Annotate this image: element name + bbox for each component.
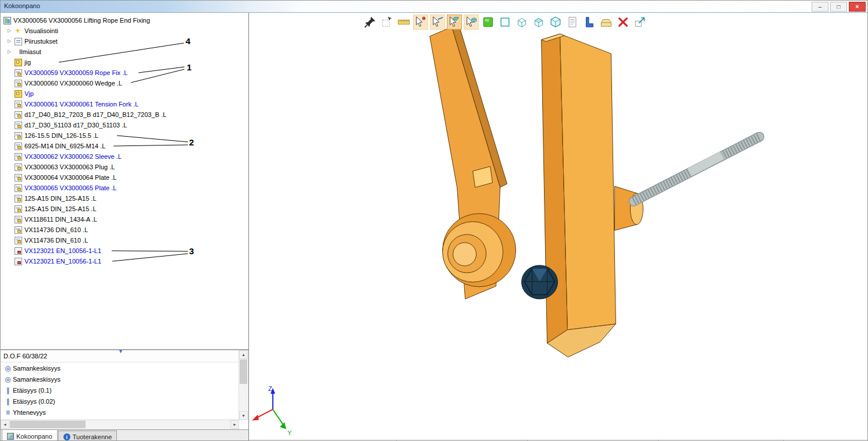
part-bolt[interactable] xyxy=(522,265,558,299)
tree-root-item[interactable]: VX3000056 VX3000056 Lifting Rope End Fix… xyxy=(1,15,248,26)
tree-item-icon xyxy=(15,195,22,202)
green-box-icon[interactable] xyxy=(481,15,496,30)
assembly-tab-icon xyxy=(7,433,14,440)
tree-item[interactable]: VX3000064 VX3000064 Plate .L xyxy=(1,172,248,183)
ruler-icon[interactable] xyxy=(396,15,411,30)
constraint-item[interactable]: ◎ Samankeskisyys xyxy=(1,374,248,385)
tree-item-icon xyxy=(15,69,22,77)
cube-icon[interactable] xyxy=(514,15,529,30)
tray-icon[interactable] xyxy=(599,15,614,30)
part-angle-bracket[interactable] xyxy=(542,34,616,357)
constraint-label: Yhtenevyys xyxy=(13,409,46,416)
tab-kokoonpano[interactable]: Kokoonpano xyxy=(2,429,58,441)
transform-icon[interactable] xyxy=(379,15,394,30)
tree-item[interactable]: 6925-M14 DIN_6925-M14 .L xyxy=(1,141,248,151)
title-bar: Kokoonpano – □ × xyxy=(1,1,867,13)
tree-item[interactable]: 125-A15 DIN_125-A15 .L xyxy=(1,204,248,214)
expand-arrow-icon[interactable] xyxy=(8,39,15,44)
select-solid-icon[interactable] xyxy=(464,15,479,30)
tree-item[interactable]: VX114736 DIN_610 .L xyxy=(1,225,248,235)
constraint-type-icon: ◎ xyxy=(3,364,13,372)
select-face-icon[interactable] xyxy=(447,15,462,30)
minimize-button[interactable]: – xyxy=(812,2,828,12)
tree-item-icon xyxy=(15,48,18,56)
expand-arrow-icon[interactable] xyxy=(8,49,15,54)
maximize-button[interactable]: □ xyxy=(830,2,847,12)
tree-item[interactable]: d17_D40_B12_7203_B d17_D40_B12_7203_B .L xyxy=(1,109,248,120)
constraint-item[interactable]: ≡ Yhtenevyys xyxy=(1,407,248,418)
tree-item[interactable]: jig xyxy=(1,57,248,67)
horizontal-scrollbar[interactable] xyxy=(1,419,239,429)
constraints-panel: D.O.F 60/38/22 ◎ Samankeskisyys ◎ Samank… xyxy=(1,349,248,429)
tree-item-label: VX123021 EN_10056-1-L1 xyxy=(24,247,101,254)
tree-item[interactable]: VX3000062 VX3000062 Sleeve .L xyxy=(1,151,248,162)
part-threaded-rod[interactable] xyxy=(614,137,759,230)
cube-iso-icon[interactable] xyxy=(548,15,563,30)
window-controls: – □ × xyxy=(812,2,866,12)
tree-item-label: VX123021 EN_10056-1-L1 xyxy=(24,258,101,265)
pin-icon[interactable] xyxy=(362,15,378,30)
cube-shaded-icon[interactable] xyxy=(531,15,546,30)
tree-item-icon xyxy=(15,90,22,98)
tree-item-label: d17_D40_B12_7203_B d17_D40_B12_7203_B .L xyxy=(24,111,166,118)
export-icon[interactable] xyxy=(632,15,648,30)
tree-item-label: d17_D30_51103 d17_D30_51103 .L xyxy=(24,122,127,129)
splitter-grip-icon[interactable] xyxy=(118,349,123,354)
constraint-item[interactable]: ∥ Etäisyys (0.02) xyxy=(1,396,248,407)
tree-item-label: 126-15.5 DIN_126-15.5 .L xyxy=(24,132,98,139)
tree-item-icon xyxy=(15,122,22,129)
tree-item[interactable]: Visualisointi xyxy=(1,26,248,36)
tree-item-icon xyxy=(15,143,22,150)
tree-item[interactable]: VX3000059 VX3000059 Rope Fix .L xyxy=(1,67,248,78)
constraint-type-icon: ≡ xyxy=(3,408,13,417)
tab-tuoterakenne[interactable]: Tuoterakenne xyxy=(58,431,117,441)
tree-item[interactable]: VX3000065 VX3000065 Plate .L xyxy=(1,183,248,193)
face-icon[interactable] xyxy=(497,15,513,30)
vertical-scroll-thumb[interactable] xyxy=(240,360,247,384)
tree-item[interactable]: VX123021 EN_10056-1-L1 xyxy=(1,246,248,256)
tree-item-icon xyxy=(15,174,22,182)
tree-item[interactable]: VX123021 EN_10056-1-L1 xyxy=(1,256,248,266)
constraint-label: Samankeskisyys xyxy=(13,365,61,372)
doc-icon[interactable] xyxy=(565,15,580,30)
scroll-right-icon[interactable] xyxy=(230,420,239,429)
tree-item-list: Visualisointi Piirustukset Ilmiasut xyxy=(1,26,248,266)
constraint-type-icon: ∥ xyxy=(3,397,13,406)
scroll-down-icon[interactable] xyxy=(239,411,248,420)
tree-item[interactable]: Ilmiasut xyxy=(1,47,248,57)
tree-item[interactable]: VX3000061 VX3000061 Tension Fork .L xyxy=(1,99,248,109)
bottom-tab-bar: Kokoonpano Tuoterakenne xyxy=(1,429,248,441)
scroll-left-icon[interactable] xyxy=(1,420,9,429)
tree-item[interactable]: 125-A15 DIN_125-A15 .L xyxy=(1,193,248,204)
select-point-icon[interactable] xyxy=(413,15,428,30)
tree-item[interactable]: d17_D30_51103 d17_D30_51103 .L xyxy=(1,120,248,130)
part-cylinder[interactable] xyxy=(443,214,516,287)
tree-item[interactable]: VX114736 DIN_610 .L xyxy=(1,235,248,246)
model-viewport[interactable]: Z Y xyxy=(249,13,867,441)
tree-root-label: VX3000056 VX3000056 Lifting Rope End Fix… xyxy=(13,17,150,24)
tree-item[interactable]: Vjp xyxy=(1,88,248,99)
tree-item[interactable]: VX3000063 VX3000063 Plug .L xyxy=(1,162,248,172)
tree-item-icon xyxy=(15,80,22,87)
delete-icon[interactable] xyxy=(616,15,631,30)
horizontal-scroll-thumb[interactable] xyxy=(10,421,86,428)
tree-item[interactable]: VX118611 DIN_1434-A .L xyxy=(1,214,248,225)
scroll-up-icon[interactable] xyxy=(239,350,248,359)
tree-item[interactable]: Piirustukset xyxy=(1,36,248,47)
constraint-item[interactable]: ∥ Etäisyys (0.1) xyxy=(1,385,248,396)
tree-item[interactable]: 126-15.5 DIN_126-15.5 .L xyxy=(1,130,248,141)
expand-arrow-icon[interactable] xyxy=(8,29,15,33)
constraint-label: Etäisyys (0.1) xyxy=(13,387,52,394)
3d-scene-canvas[interactable]: Z Y xyxy=(249,13,867,441)
vertical-scrollbar[interactable] xyxy=(239,350,248,420)
profile-icon[interactable] xyxy=(582,15,597,30)
info-icon xyxy=(63,433,70,440)
close-button[interactable]: × xyxy=(849,2,866,12)
tree-item[interactable]: VX3000060 VX3000060 Wedge .L xyxy=(1,78,248,88)
tree-item-icon xyxy=(15,27,22,35)
select-edge-icon[interactable] xyxy=(430,15,445,30)
assembly-root-icon xyxy=(3,17,11,24)
axes-triad: Z Y xyxy=(252,385,292,436)
constraint-item[interactable]: ◎ Samankeskisyys xyxy=(1,362,248,374)
tree-item-label: VX3000060 VX3000060 Wedge .L xyxy=(24,80,122,87)
